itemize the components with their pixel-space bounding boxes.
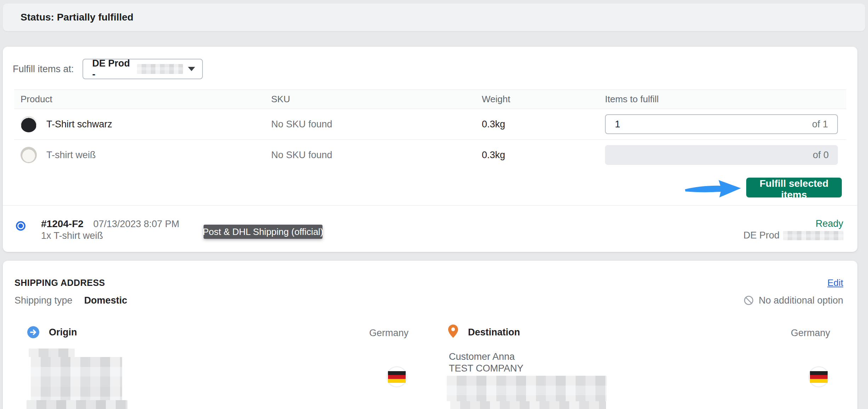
product-image-tshirt-schwarz — [21, 116, 37, 132]
origin-label: Origin — [49, 327, 77, 338]
product-name: T-Shirt schwarz — [46, 119, 112, 130]
column-header-sku: SKU — [271, 94, 482, 105]
fulfillment-status-badge: Ready — [743, 218, 843, 230]
no-additional-option-label: No additional option — [759, 295, 843, 306]
origin-address-redacted — [27, 348, 129, 409]
fulfillment-timestamp: 07/13/2023 8:07 PM — [93, 219, 179, 229]
fulfill-selected-items-button[interactable]: Fulfill selected items — [746, 178, 842, 197]
quantity-input-wrapper: of 0 — [605, 145, 838, 165]
column-header-product: Product — [14, 94, 271, 105]
origin-country: Germany — [369, 328, 409, 339]
items-to-fulfill-table: Product SKU Weight Items to fulfill T-Sh… — [14, 90, 846, 170]
redacted-block — [27, 400, 127, 409]
fulfillment-record-meta: Ready DE Prod — [743, 218, 843, 241]
location-dropdown-value: DE Prod - — [92, 58, 132, 80]
shipping-type-value: Domestic — [84, 295, 127, 306]
card-divider — [3, 205, 857, 206]
destination-pin-icon — [448, 324, 458, 338]
product-image-tshirt-weiss — [21, 147, 37, 163]
weight-cell: 0.3kg — [482, 119, 605, 130]
product-cell: T-Shirt schwarz — [14, 116, 271, 132]
shipping-method-tooltip: Post & DHL Shipping (official) — [204, 225, 322, 239]
table-row: T-shirt weiß No SKU found 0.3kg of 0 — [14, 140, 846, 170]
location-dropdown[interactable]: DE Prod - — [82, 59, 203, 79]
fulfillment-radio-button[interactable] — [16, 221, 25, 231]
radio-dot — [18, 224, 23, 228]
germany-flag-icon — [810, 371, 828, 383]
no-additional-option: No additional option — [743, 295, 843, 306]
edit-link[interactable]: Edit — [827, 277, 843, 288]
destination-country: Germany — [791, 328, 830, 339]
redacted-block — [31, 357, 122, 400]
column-header-weight: Weight — [482, 94, 605, 105]
fulfillment-record: #1204-F2 07/13/2023 8:07 PM 1x T-shirt w… — [41, 218, 179, 242]
sku-cell: No SKU found — [271, 119, 482, 130]
quantity-of-label: of 0 — [813, 150, 829, 161]
product-name: T-shirt weiß — [46, 150, 96, 161]
shipping-method-tooltip-text: Post & DHL Shipping (official) — [202, 226, 323, 237]
status-banner: Status: Partially fulfilled — [3, 4, 865, 31]
quantity-input-wrapper: of 1 — [605, 114, 838, 134]
destination-recipient: Customer Anna — [449, 351, 524, 363]
redacted-block — [450, 401, 606, 409]
quantity-of-label: of 1 — [812, 119, 828, 130]
fulfill-at-label: Fulfill items at: — [13, 64, 74, 75]
quantity-input-disabled — [614, 150, 813, 161]
annotation-arrow-icon — [684, 178, 743, 199]
fulfillment-card: Fulfill items at: DE Prod - Product SKU … — [3, 47, 857, 252]
fulfill-at-row: Fulfill items at: DE Prod - — [13, 59, 203, 79]
sku-cell: No SKU found — [271, 150, 482, 161]
column-header-items-to-fulfill: Items to fulfill — [605, 94, 846, 105]
germany-flag-badge — [808, 366, 829, 387]
redacted-location-blur — [783, 231, 843, 240]
redacted-location-blur — [137, 64, 183, 74]
shipping-type-row: Shipping type Domestic No additional opt… — [15, 293, 843, 308]
shipping-address-header: SHIPPING ADDRESS Edit — [15, 275, 843, 290]
destination-address: Customer Anna TEST COMPANY — [449, 351, 524, 374]
no-symbol-icon — [743, 295, 754, 306]
fulfillment-line-item: 1x T-shirt weiß — [41, 230, 179, 242]
shipping-type-label: Shipping type — [15, 295, 73, 306]
destination-label: Destination — [468, 327, 520, 338]
germany-flag-icon — [388, 371, 406, 383]
shipping-address-title: SHIPPING ADDRESS — [15, 278, 105, 288]
redacted-block — [447, 376, 607, 401]
fulfillment-id: #1204-F2 — [41, 218, 84, 229]
quantity-input[interactable] — [615, 119, 812, 130]
order-status-text: Status: Partially fulfilled — [21, 12, 133, 23]
destination-company: TEST COMPANY — [449, 363, 524, 374]
table-header-row: Product SKU Weight Items to fulfill — [14, 90, 846, 109]
germany-flag-badge — [386, 366, 407, 387]
product-cell: T-shirt weiß — [14, 147, 271, 163]
chevron-down-icon — [188, 67, 195, 71]
weight-cell: 0.3kg — [482, 150, 605, 161]
origin-arrow-icon — [27, 326, 39, 338]
destination-address-redacted — [447, 376, 607, 409]
fulfillment-location: DE Prod — [743, 230, 780, 241]
table-row: T-Shirt schwarz No SKU found 0.3kg of 1 — [14, 109, 846, 140]
redacted-block — [29, 348, 75, 357]
shipping-address-card: SHIPPING ADDRESS Edit Shipping type Dome… — [3, 261, 857, 409]
